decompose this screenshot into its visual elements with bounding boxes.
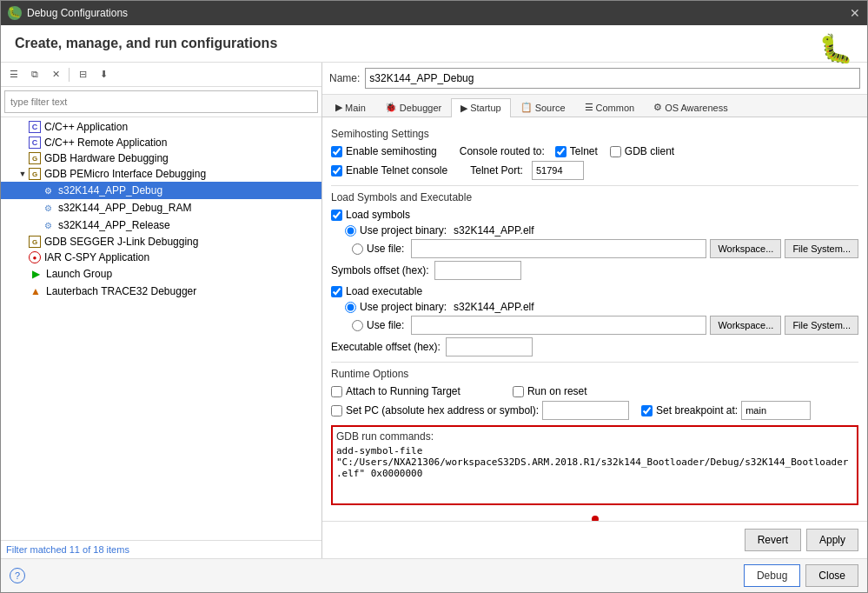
delete-button[interactable]: ✕ <box>46 65 65 84</box>
gdb-hardware-icon: G <box>29 152 41 164</box>
telnet-checkbox[interactable] <box>555 146 567 157</box>
symbols-filesystem-button[interactable]: File System... <box>785 239 858 258</box>
filter-suffix: items <box>104 544 129 555</box>
exec-offset-input[interactable] <box>446 337 533 356</box>
tree-item-launch-group[interactable]: ▶ Launch Group <box>1 265 321 283</box>
telnet-label[interactable]: Telnet <box>555 145 598 157</box>
close-button[interactable]: Close <box>805 564 858 587</box>
run-on-reset-checkbox[interactable] <box>513 386 524 397</box>
filter-input[interactable] <box>4 90 318 113</box>
load-symbols-checkbox-label[interactable]: Load symbols <box>331 209 858 221</box>
gdb-commands-textarea[interactable]: add-symbol-file "C:/Users/NXA21306/works… <box>336 445 853 497</box>
exec-project-binary-radio-label[interactable]: Use project binary: s32K144_APP.elf <box>345 301 534 313</box>
tab-main[interactable]: ▶ Main <box>326 97 375 117</box>
dialog-body: ☰ ⧉ ✕ ⊟ ⬇ C C/C++ Application <box>1 63 867 558</box>
exec-use-file-row: Use file: Workspace... File System... <box>331 316 858 335</box>
toolbar: ☰ ⧉ ✕ ⊟ ⬇ <box>1 63 321 87</box>
tree-item-gdb-hardware[interactable]: G GDB Hardware Debugging <box>1 150 321 166</box>
tab-startup[interactable]: ▶ Startup <box>451 98 510 117</box>
use-project-binary-radio-label[interactable]: Use project binary: s32K144_APP.elf <box>345 224 534 237</box>
startup-tab-label: Startup <box>470 103 500 113</box>
use-file-radio-label[interactable]: Use file: <box>352 243 404 255</box>
apply-button[interactable]: Apply <box>806 529 858 551</box>
symbols-offset-label: Symbols offset (hex): <box>331 264 429 277</box>
help-button[interactable]: ? <box>10 568 25 583</box>
load-executable-checkbox-label[interactable]: Load executable <box>331 285 858 297</box>
tree-item-c-cpp-remote[interactable]: C C/C++ Remote Application <box>1 135 321 150</box>
tree-item-s32k144-release[interactable]: ⚙ s32K144_APP_Release <box>1 217 321 234</box>
tree-label: GDB PEMicro Interface Debugging <box>44 168 206 180</box>
symbols-file-input[interactable] <box>411 239 706 258</box>
use-file-radio[interactable] <box>352 243 363 255</box>
symbols-offset-input[interactable] <box>434 261 521 280</box>
enable-semihosting-row: Enable semihosting Console routed to: Te… <box>331 145 858 157</box>
exec-file-input[interactable] <box>411 316 706 335</box>
gdb-client-label[interactable]: GDB client <box>610 145 674 157</box>
collapse-button[interactable]: ⊟ <box>73 65 92 84</box>
set-pc-text: Set PC (absolute hex address or symbol): <box>346 404 539 416</box>
tab-source[interactable]: 📋 Source <box>511 97 575 117</box>
tab-debugger[interactable]: 🐞 Debugger <box>375 97 451 117</box>
set-pc-input[interactable] <box>542 401 629 420</box>
breakpoint-value-input[interactable] <box>741 401 811 420</box>
tab-os-awareness[interactable]: ⚙ OS Awareness <box>644 97 738 117</box>
gdb-client-checkbox[interactable] <box>610 146 621 157</box>
filter-button[interactable]: ⬇ <box>94 65 113 84</box>
tree-item-iar-cspy[interactable]: ● IAR C-SPY Application <box>1 250 321 265</box>
exec-project-binary-radio[interactable] <box>345 302 356 313</box>
tree-item-c-cpp-app[interactable]: C C/C++ Application <box>1 119 321 135</box>
window-close-button[interactable]: ✕ <box>850 6 860 20</box>
set-breakpoint-label[interactable]: Set breakpoint at: <box>641 404 738 416</box>
set-breakpoint-checkbox[interactable] <box>641 405 653 416</box>
toggle[interactable]: ▼ <box>17 170 29 178</box>
load-symbols-section-title: Load Symbols and Executable <box>331 191 858 203</box>
enable-semihosting-label[interactable]: Enable semihosting <box>331 145 437 157</box>
exec-filesystem-button[interactable]: File System... <box>785 316 858 335</box>
exec-project-binary-value: s32K144_APP.elf <box>454 301 534 313</box>
enable-telnet-label[interactable]: Enable Telnet console <box>331 164 447 177</box>
duplicate-button[interactable]: ⧉ <box>25 65 44 84</box>
exec-use-file-radio[interactable] <box>352 320 363 331</box>
exec-offset-label: Executable offset (hex): <box>331 341 441 353</box>
tab-common[interactable]: ☰ Common <box>575 97 645 117</box>
new-config-button[interactable]: ☰ <box>4 65 23 84</box>
iar-cspy-icon: ● <box>29 251 41 263</box>
name-input[interactable] <box>365 68 860 89</box>
s32k144-debug-ram-icon: ⚙ <box>41 201 55 215</box>
tree-label: Lauterbach TRACE32 Debugger <box>46 285 196 297</box>
filter-total: 18 <box>93 544 103 555</box>
bug-decoration-icon: 🐛 <box>818 32 853 65</box>
enable-semihosting-checkbox[interactable] <box>331 146 342 157</box>
right-panel: Name: ▶ Main 🐞 Debugger ▶ Startup � <box>322 63 867 558</box>
source-tab-icon: 📋 <box>520 102 533 113</box>
tree-item-lauterbach[interactable]: ▲ Lauterbach TRACE32 Debugger <box>1 283 321 300</box>
attach-label[interactable]: Attach to Running Target <box>331 385 461 397</box>
tree-label: C/C++ Application <box>44 121 128 133</box>
set-pc-checkbox[interactable] <box>331 405 342 416</box>
gdb-commands-section: GDB run commands: add-symbol-file "C:/Us… <box>331 425 858 505</box>
set-breakpoint-text: Set breakpoint at: <box>656 404 738 416</box>
exec-workspace-button[interactable]: Workspace... <box>710 316 781 335</box>
run-on-reset-label[interactable]: Run on reset <box>513 385 587 397</box>
enable-telnet-checkbox[interactable] <box>331 165 342 177</box>
load-symbols-checkbox[interactable] <box>331 210 342 221</box>
load-executable-checkbox[interactable] <box>331 286 342 297</box>
lauterbach-icon: ▲ <box>29 284 43 298</box>
tree-item-s32k144-debug-ram[interactable]: ⚙ s32K144_APP_Debug_RAM <box>1 199 321 217</box>
tree-item-gdb-segger[interactable]: G GDB SEGGER J-Link Debugging <box>1 234 321 250</box>
exec-use-file-radio-label[interactable]: Use file: <box>352 319 404 331</box>
filter-count: 11 <box>70 544 80 555</box>
common-tab-icon: ☰ <box>585 102 593 113</box>
use-project-binary-radio[interactable] <box>345 225 356 237</box>
symbols-workspace-button[interactable]: Workspace... <box>710 239 781 258</box>
set-pc-label[interactable]: Set PC (absolute hex address or symbol): <box>331 404 539 416</box>
tree-item-gdb-pemicro[interactable]: ▼ G GDB PEMicro Interface Debugging <box>1 166 321 182</box>
revert-button[interactable]: Revert <box>745 529 801 551</box>
use-file-text: Use file: <box>367 243 404 255</box>
content-area: Semihosting Settings Enable semihosting … <box>322 117 867 521</box>
telnet-port-input[interactable] <box>532 161 584 180</box>
tree-item-s32k144-debug[interactable]: ⚙ s32K144_APP_Debug <box>1 182 321 199</box>
debug-button[interactable]: Debug <box>744 564 800 587</box>
runtime-row-1: Attach to Running Target Run on reset <box>331 385 858 397</box>
attach-checkbox[interactable] <box>331 386 342 397</box>
